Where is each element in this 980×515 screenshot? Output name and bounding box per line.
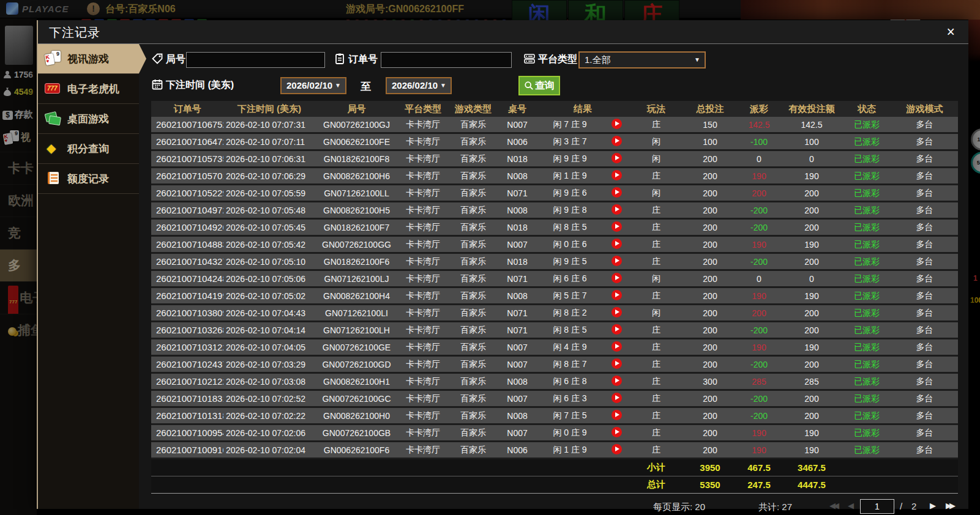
record-cell: GN071262100LL (315, 185, 398, 202)
record-cell: GN071262100LJ (315, 270, 398, 287)
record-cell: 260210071031225 (151, 339, 223, 356)
replay-cell (604, 168, 629, 185)
replay-play-icon[interactable] (612, 341, 622, 352)
record-cell: N008 (498, 168, 536, 185)
record-cell: 卡卡湾厅 (398, 270, 448, 287)
replay-play-icon[interactable] (612, 153, 622, 163)
record-cell: 0 (781, 270, 842, 287)
tab-电子老虎机[interactable]: 777电子老虎机 (38, 74, 139, 104)
record-cell: 庄 (629, 202, 683, 219)
round-input[interactable] (186, 52, 325, 68)
replay-play-icon[interactable] (612, 170, 622, 180)
record-cell: 庄 (629, 407, 683, 424)
replay-play-icon[interactable] (612, 256, 622, 266)
points-icon: ◆ (44, 140, 64, 157)
record-cell: 190 (737, 236, 781, 253)
order-input[interactable] (381, 52, 512, 68)
record-cell: 百家乐 (448, 150, 498, 168)
record-cell: 多台 (891, 219, 958, 236)
record-cell: 190 (737, 168, 781, 185)
replay-cell (604, 339, 629, 356)
next-page-icon[interactable] (930, 501, 936, 510)
record-row: 2602100710312252026-02-10 07:04:05GN0072… (151, 339, 958, 356)
replay-cell (604, 185, 629, 202)
record-cell: 多台 (891, 270, 958, 287)
date-to-select[interactable]: 2026/02/10▼ (386, 77, 452, 94)
records-table: 订单号下注时间 (美东)局号平台类型游戏类型桌号结果玩法总投注派彩有效投注额状态… (151, 101, 958, 494)
record-cell: 200 (781, 322, 842, 339)
replay-play-icon[interactable] (612, 307, 622, 317)
cards-icon: 9K♥ (44, 50, 64, 67)
record-cell: 闲 0 庄 9 (536, 424, 604, 442)
record-cell: 142.5 (737, 117, 781, 133)
record-cell: 260210071009541 (151, 424, 223, 442)
first-page-icon[interactable] (829, 501, 837, 510)
last-page-icon[interactable] (946, 501, 953, 510)
record-cell: N008 (498, 407, 536, 424)
record-cell: 已派彩 (842, 390, 891, 407)
record-cell: 闲 8 庄 7 (536, 356, 604, 373)
record-cell: -200 (737, 390, 781, 407)
platform-list-icon (523, 53, 536, 65)
replay-play-icon[interactable] (612, 444, 622, 454)
replay-cell (604, 270, 629, 287)
replay-play-icon[interactable] (612, 273, 622, 283)
replay-play-icon[interactable] (612, 239, 622, 249)
replay-play-icon[interactable] (612, 187, 622, 198)
replay-play-icon[interactable] (612, 427, 622, 437)
record-cell: 260210071049265 (151, 219, 223, 236)
record-cell: GN007262100GE (315, 339, 398, 356)
replay-play-icon[interactable] (612, 324, 622, 335)
replay-cell (604, 133, 629, 150)
record-cell: 庄 (629, 339, 683, 356)
record-cell: -200 (737, 219, 781, 236)
record-cell: GN007262100GC (315, 390, 398, 407)
platform-select[interactable]: 1.全部▼ (578, 51, 706, 69)
replay-play-icon[interactable] (612, 410, 622, 420)
replay-cell (604, 390, 629, 407)
query-button[interactable]: 查询 (518, 76, 560, 95)
tab-额度记录[interactable]: 额度记录 (38, 164, 139, 194)
record-cell: 285 (781, 373, 842, 390)
record-cell: 闲 (629, 270, 683, 287)
record-cell: 百家乐 (448, 339, 498, 356)
record-cell: GN006262100F6 (315, 442, 398, 459)
tab-积分查询[interactable]: ◆积分查询 (38, 134, 139, 164)
column-header: 游戏模式 (891, 101, 958, 117)
record-cell: 2026-02-10 07:05:10 (223, 253, 315, 270)
replay-play-icon[interactable] (612, 358, 622, 369)
replay-play-icon[interactable] (612, 221, 622, 232)
close-icon[interactable]: × (947, 24, 955, 40)
record-cell: 已派彩 (842, 407, 891, 424)
record-cell: 2026-02-10 07:04:43 (223, 305, 315, 322)
replay-play-icon[interactable] (612, 290, 622, 300)
replay-play-icon[interactable] (612, 119, 622, 129)
tag-icon (151, 53, 163, 65)
tab-视讯游戏[interactable]: 9K♥视讯游戏 (38, 44, 139, 74)
record-cell: N007 (498, 424, 536, 442)
record-cell: 已派彩 (842, 322, 891, 339)
record-cell: 卡卡湾厅 (398, 356, 448, 373)
date-range-to-label: 至 (361, 80, 371, 94)
date-from-select[interactable]: 2026/02/10▼ (280, 77, 346, 94)
record-cell: 闲 7 庄 5 (536, 407, 604, 424)
record-cell: 2026-02-10 07:05:42 (223, 236, 315, 253)
record-cell: 260210071013189 (151, 407, 223, 424)
record-cell: 闲 9 庄 5 (536, 253, 604, 270)
replay-play-icon[interactable] (612, 376, 622, 386)
record-cell: 2026-02-10 07:05:48 (223, 202, 315, 219)
record-cell: 200 (683, 287, 737, 305)
record-cell: 200 (683, 219, 737, 236)
column-header: 总投注 (683, 101, 737, 117)
replay-play-icon[interactable] (612, 136, 622, 146)
replay-play-icon[interactable] (612, 204, 622, 215)
page-input[interactable] (860, 499, 894, 514)
replay-cell (604, 253, 629, 270)
replay-play-icon[interactable] (612, 393, 622, 403)
record-cell: 庄 (629, 168, 683, 185)
prev-page-icon[interactable] (848, 501, 854, 510)
record-cell: 260210071038098 (151, 305, 223, 322)
replay-cell (604, 305, 629, 322)
record-row: 2602100710570192026-02-10 07:06:29GN0082… (151, 168, 958, 185)
tab-桌面游戏[interactable]: 桌面游戏 (38, 104, 139, 134)
